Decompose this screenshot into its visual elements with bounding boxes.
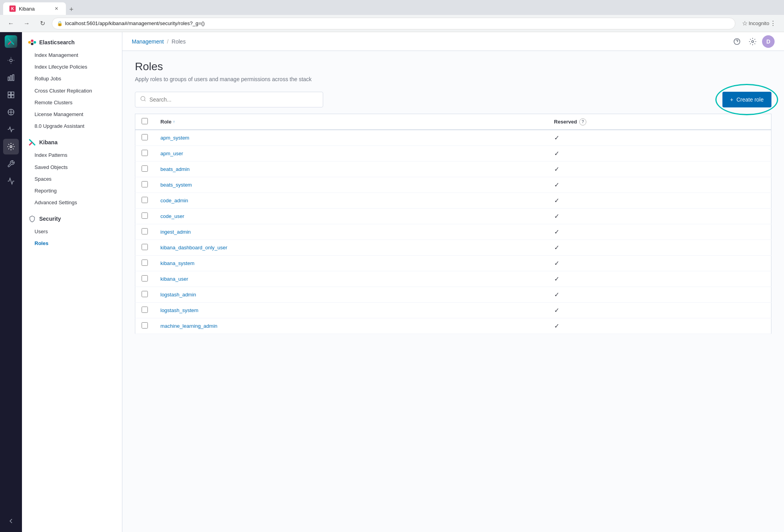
incognito-icon[interactable]: Incognito <box>753 17 765 30</box>
nav-item-remote-clusters[interactable]: Remote Clusters <box>22 97 122 109</box>
reserved-checkmark: ✓ <box>554 150 559 157</box>
row-checkbox[interactable] <box>142 322 148 329</box>
create-icon: + <box>730 96 733 103</box>
row-checkbox[interactable] <box>142 260 148 266</box>
row-checkbox[interactable] <box>142 134 148 140</box>
row-checkbox-cell <box>135 146 155 162</box>
dashboard-icon[interactable] <box>3 87 19 103</box>
svg-rect-3 <box>10 76 11 81</box>
table-row: ingest_admin ✓ <box>135 224 771 240</box>
table-row: logstash_admin ✓ <box>135 287 771 303</box>
role-name-cell: code_admin <box>154 193 548 209</box>
reserved-help-icon[interactable]: ? <box>579 118 586 125</box>
page-title: Roles <box>135 60 771 73</box>
role-link[interactable]: apm_user <box>160 151 183 156</box>
role-link[interactable]: machine_learning_admin <box>160 323 217 329</box>
reserved-checkmark: ✓ <box>554 323 559 329</box>
user-avatar[interactable]: D <box>762 35 775 48</box>
menu-icon[interactable]: ⋮ <box>767 17 779 30</box>
search-bar[interactable] <box>135 92 323 107</box>
nav-item-license-management[interactable]: License Management <box>22 109 122 120</box>
kibana-logo[interactable] <box>5 35 17 48</box>
role-name-cell: ingest_admin <box>154 224 548 240</box>
role-name-cell: kibana_system <box>154 256 548 271</box>
row-checkbox[interactable] <box>142 150 148 156</box>
browser-toolbar: ← → ↻ 🔒 localhost:5601/app/kibana#/manag… <box>0 15 784 32</box>
role-link[interactable]: code_user <box>160 213 184 219</box>
role-link[interactable]: kibana_user <box>160 276 188 282</box>
svg-point-11 <box>28 41 31 44</box>
row-checkbox[interactable] <box>142 212 148 219</box>
nav-item-rollup-jobs[interactable]: Rollup Jobs <box>22 73 122 85</box>
create-role-button[interactable]: + Create role <box>722 92 771 107</box>
row-checkbox-cell <box>135 224 155 240</box>
role-link[interactable]: ingest_admin <box>160 229 191 235</box>
page-subtitle: Apply roles to groups of users and manag… <box>135 76 771 82</box>
role-link[interactable]: code_admin <box>160 198 188 203</box>
main-content-area: Management / Roles D Roles Apply roles t… <box>122 32 784 532</box>
col-header-role[interactable]: Role ↑ <box>154 114 548 130</box>
role-link[interactable]: beats_admin <box>160 166 189 172</box>
role-link[interactable]: logstash_admin <box>160 292 196 298</box>
dev-tools-icon[interactable] <box>3 156 19 172</box>
browser-tab-kibana[interactable]: K Kibana ✕ <box>3 2 66 15</box>
collapse-icon[interactable] <box>3 513 19 529</box>
visualize-icon[interactable] <box>3 70 19 85</box>
search-input[interactable] <box>149 96 318 103</box>
new-tab-button[interactable]: + <box>66 4 77 15</box>
settings-button[interactable] <box>746 35 759 48</box>
nav-item-index-lifecycle[interactable]: Index Lifecycle Policies <box>22 61 122 73</box>
row-checkbox[interactable] <box>142 197 148 203</box>
browser-tabs: K Kibana ✕ + <box>3 0 77 15</box>
role-link[interactable]: kibana_dashboard_only_user <box>160 245 227 251</box>
management-icon[interactable] <box>3 139 19 154</box>
role-sort-control[interactable]: Role ↑ <box>160 119 542 125</box>
nav-item-index-patterns[interactable]: Index Patterns <box>22 149 122 161</box>
role-link[interactable]: apm_system <box>160 135 189 141</box>
nav-item-users[interactable]: Users <box>22 226 122 238</box>
roles-table-body: apm_system ✓ apm_user ✓ beats_admin <box>135 130 771 334</box>
discover-icon[interactable] <box>3 53 19 68</box>
nav-item-reporting[interactable]: Reporting <box>22 185 122 197</box>
row-checkbox[interactable] <box>142 181 148 187</box>
monitoring-icon[interactable] <box>3 173 19 189</box>
nav-item-index-management[interactable]: Index Management <box>22 49 122 61</box>
svg-rect-7 <box>8 95 11 98</box>
row-checkbox[interactable] <box>142 291 148 297</box>
breadcrumb-current: Roles <box>172 38 186 45</box>
table-row: machine_learning_admin ✓ <box>135 318 771 334</box>
lock-icon: 🔒 <box>57 21 63 26</box>
security-section-header: Security <box>22 212 122 226</box>
row-checkbox[interactable] <box>142 228 148 234</box>
refresh-button[interactable]: ↻ <box>36 17 49 30</box>
nav-item-roles[interactable]: Roles <box>22 238 122 249</box>
role-link[interactable]: kibana_system <box>160 260 195 266</box>
select-all-checkbox[interactable] <box>142 118 148 124</box>
forward-button[interactable]: → <box>20 17 33 30</box>
back-button[interactable]: ← <box>5 17 17 30</box>
role-link[interactable]: logstash_system <box>160 307 198 313</box>
row-checkbox[interactable] <box>142 307 148 313</box>
help-button[interactable] <box>731 35 743 48</box>
reserved-cell: ✓ <box>548 224 771 240</box>
nav-item-saved-objects[interactable]: Saved Objects <box>22 162 122 173</box>
nav-item-upgrade-assistant[interactable]: 8.0 Upgrade Assistant <box>22 120 122 132</box>
nav-item-cross-cluster[interactable]: Cross Cluster Replication <box>22 85 122 97</box>
breadcrumb-parent[interactable]: Management <box>132 38 164 45</box>
row-checkbox[interactable] <box>142 244 148 250</box>
elasticsearch-label: Elasticsearch <box>39 39 75 45</box>
address-bar[interactable]: 🔒 localhost:5601/app/kibana#/management/… <box>52 18 735 29</box>
row-checkbox[interactable] <box>142 275 148 281</box>
row-checkbox-cell <box>135 287 155 303</box>
svg-point-1 <box>10 59 13 62</box>
row-checkbox-cell <box>135 130 155 146</box>
maps-icon[interactable] <box>3 104 19 120</box>
row-checkbox[interactable] <box>142 165 148 172</box>
tab-close-button[interactable]: ✕ <box>53 5 60 12</box>
reserved-cell: ✓ <box>548 162 771 177</box>
apm-icon[interactable] <box>3 122 19 137</box>
nav-item-advanced-settings[interactable]: Advanced Settings <box>22 197 122 209</box>
nav-item-spaces[interactable]: Spaces <box>22 173 122 185</box>
role-link[interactable]: beats_system <box>160 182 192 188</box>
reserved-checkmark: ✓ <box>554 213 559 220</box>
